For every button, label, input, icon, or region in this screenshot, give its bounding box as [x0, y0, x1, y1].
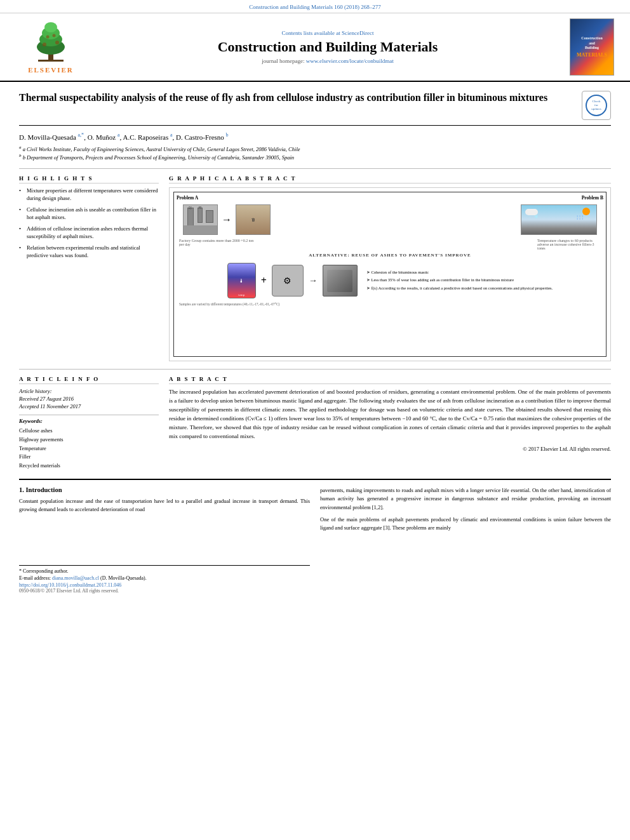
ga-plus-icon: + — [261, 275, 267, 286]
check-updates-badge: Checkforupdates — [582, 91, 611, 120]
journal-title-section: Contents lists available at ScienceDirec… — [89, 30, 566, 64]
article-history: Article history: Received 27 August 2016… — [19, 388, 159, 410]
introduction-heading: 1. Introduction — [19, 486, 310, 493]
ga-alt-text: ALTERNATIVE: REUSE OF ASHES TO PAVEMENT'… — [177, 253, 603, 258]
journal-homepage: journal homepage: www.elsevier.com/locat… — [89, 58, 566, 64]
cover-materials-text: MATERIALS — [577, 52, 607, 58]
doi-line[interactable]: https://doi.org/10.1016/j.conbuildmat.20… — [19, 582, 310, 588]
ga-problems-row: Problem A Problem B — [177, 195, 603, 201]
ga-arrow-1: → — [222, 214, 232, 225]
elsevier-logo-section: ELSEVIER — [13, 20, 89, 74]
sciencedirect-link[interactable]: ScienceDirect — [342, 30, 373, 36]
ga-landfill-caption: Temperature changes to 60 products adver… — [537, 239, 601, 250]
abstract-heading: A B S T R A C T — [169, 376, 611, 384]
ga-bullet-2: Less than 35% of wear loss adding ash as… — [366, 277, 553, 283]
copyright-text: © 2017 Elsevier Ltd. All rights reserved… — [169, 445, 611, 453]
highlight-item-2: Cellulose incineration ash is useable as… — [19, 206, 159, 222]
homepage-url[interactable]: www.elsevier.com/locate/conbuildmat — [306, 58, 394, 64]
accepted-date: Accepted 11 November 2017 — [19, 403, 159, 410]
ga-problem-a: Problem A — [177, 195, 198, 201]
article-info-column: A R T I C L E I N F O Article history: R… — [19, 376, 159, 470]
graphical-abstract-heading: G R A P H I C A L A B S T R A C T — [169, 175, 611, 183]
elsevier-logo: ELSEVIER — [13, 20, 89, 74]
license-line: 0950-0618/© 2017 Elsevier Ltd. All right… — [19, 588, 310, 594]
check-updates-label: Checkforupdates — [591, 100, 601, 111]
highlight-item-4: Relation between experimental results an… — [19, 244, 159, 260]
journal-cover-section: Construction and Building MATERIALS — [566, 18, 617, 76]
main-text-section: 1. Introduction Constant population incr… — [19, 479, 611, 593]
ga-landfill-icon: 🗑 — [236, 204, 271, 235]
svg-point-5 — [44, 22, 57, 32]
keywords-list: Cellulose ashes Highway pavements Temper… — [19, 427, 159, 470]
keyword-1: Cellulose ashes — [19, 427, 159, 436]
ga-bullet-1: Cohesion of the bituminous mastic — [366, 269, 553, 276]
ga-result-bullets: Cohesion of the bituminous mastic Less t… — [366, 269, 553, 293]
svg-point-9 — [46, 36, 50, 39]
cover-title-text: Construction and Building — [581, 36, 603, 51]
abstract-column: A B S T R A C T The increased population… — [169, 376, 611, 470]
highlight-item-3: Addition of cellulose incineration ashes… — [19, 225, 159, 241]
journal-reference-bar: Construction and Building Materials 160 … — [0, 0, 630, 13]
elsevier-tree-icon — [25, 20, 76, 65]
footnotes: * Corresponding author. E-mail address: … — [19, 565, 310, 594]
graphical-abstract-column: G R A P H I C A L A B S T R A C T Proble… — [169, 175, 611, 361]
article-title-section: Thermal suspectability analysis of the r… — [19, 91, 611, 126]
article-title: Thermal suspectability analysis of the r… — [19, 91, 582, 105]
affiliation-a: a a Civil Works Institute, Faculty of En… — [19, 145, 611, 152]
graphical-abstract-box: Problem A Problem B — [169, 187, 611, 361]
journal-title: Construction and Building Materials — [89, 39, 566, 55]
received-date: Received 27 August 2016 — [19, 396, 159, 402]
ga-temperature-device: 🌡 temp — [227, 263, 256, 298]
svg-point-10 — [53, 34, 56, 37]
main-text-right: pavements, making improvements to roads … — [320, 486, 611, 593]
journal-cover-image: Construction and Building MATERIALS — [570, 18, 614, 76]
intro-left-text: Constant population increase and the eas… — [19, 497, 310, 514]
main-text-left: 1. Introduction Constant population incr… — [19, 486, 310, 593]
affiliation-b: b b Department of Transports, Projects a… — [19, 153, 611, 161]
info-abstract-section: A R T I C L E I N F O Article history: R… — [19, 369, 611, 470]
svg-point-7 — [43, 43, 46, 46]
ga-problem-b: Problem B — [582, 195, 603, 201]
keyword-4: Filler — [19, 453, 159, 462]
ga-mixer-device: ⚙ — [272, 265, 304, 297]
ga-factory-caption: Factory Group contains more than 2000 +0… — [179, 239, 255, 250]
svg-rect-1 — [38, 60, 64, 62]
svg-point-8 — [55, 41, 59, 44]
ga-result-material — [323, 265, 358, 297]
keywords-label: Keywords: — [19, 415, 159, 424]
sciencedirect-text: Contents lists available at ScienceDirec… — [89, 30, 566, 36]
abstract-text: The increased population has accelerated… — [169, 388, 611, 453]
highlights-heading: H I G H L I G H T S — [19, 175, 159, 183]
article-content: Thermal suspectability analysis of the r… — [0, 82, 630, 603]
keyword-3: Temperature — [19, 444, 159, 453]
ga-process-caption: Samples are varied by different temperat… — [177, 302, 603, 306]
author-email[interactable]: diana.movilla@uach.cl — [52, 575, 99, 581]
ga-bullet-3: f(x) According to the results, it calcul… — [366, 285, 553, 291]
authors-line: D. Movilla-Quesada a,*, O. Muñoz a, A.C.… — [19, 132, 611, 141]
graphical-abstract-inner: Problem A Problem B — [173, 192, 607, 357]
ga-road-scene: ❄ ╎╎╎ — [521, 204, 597, 235]
email-line: E-mail address: diana.movilla@uach.cl (D… — [19, 575, 310, 581]
page-wrapper: Construction and Building Materials 160 … — [0, 0, 630, 603]
elsevier-brand-label: ELSEVIER — [28, 66, 74, 74]
corresponding-author-note: * Corresponding author. — [19, 568, 310, 574]
highlights-graphical-section: H I G H L I G H T S Mixture properties a… — [19, 168, 611, 361]
journal-reference-text: Construction and Building Materials 160 … — [249, 4, 380, 10]
ga-arrow-2: → — [309, 276, 318, 286]
keyword-5: Recycled materials — [19, 462, 159, 470]
article-info-heading: A R T I C L E I N F O — [19, 376, 159, 384]
check-updates-icon: Checkforupdates — [586, 95, 607, 116]
journal-header: ELSEVIER Contents lists available at Sci… — [0, 13, 630, 82]
main-text-columns: 1. Introduction Constant population incr… — [19, 486, 611, 593]
history-label: Article history: — [19, 388, 159, 394]
intro-right-text: pavements, making improvements to roads … — [320, 486, 611, 532]
highlights-list: Mixture properties at different temperat… — [19, 187, 159, 259]
highlights-column: H I G H L I G H T S Mixture properties a… — [19, 175, 159, 361]
keyword-2: Highway pavements — [19, 436, 159, 444]
ga-factory-icon: ≋ ≋ — [183, 204, 218, 235]
highlight-item-1: Mixture properties at different temperat… — [19, 187, 159, 203]
